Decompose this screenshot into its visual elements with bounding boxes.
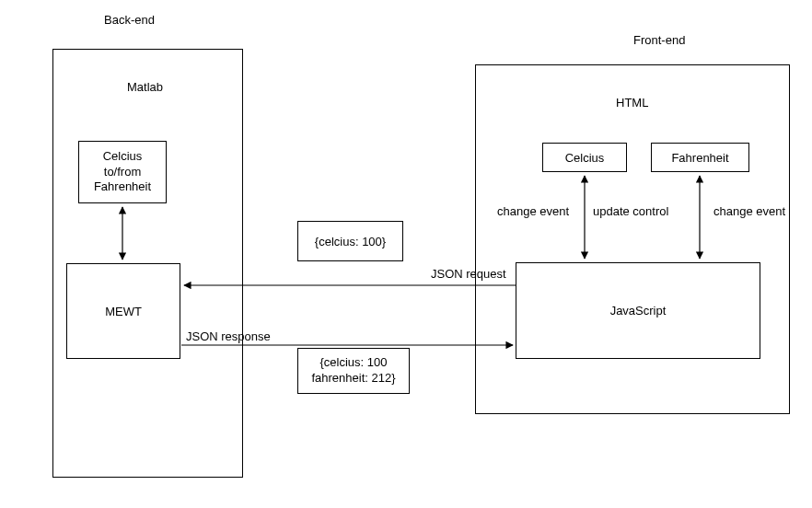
celcius-box: Celcius: [542, 143, 627, 172]
html-container: [475, 64, 790, 414]
celcius-label: Celcius: [565, 151, 605, 165]
converter-label: Celcius to/from Fahrenheit: [83, 149, 162, 196]
converter-box: Celcius to/from Fahrenheit: [78, 141, 167, 203]
fahrenheit-box: Fahrenheit: [651, 143, 749, 172]
payload-request-box: {celcius: 100}: [297, 221, 403, 261]
change-event-left-label: change event: [497, 204, 569, 218]
backend-title: Back-end: [104, 13, 155, 27]
json-response-label: JSON response: [186, 329, 271, 343]
fahrenheit-label: Fahrenheit: [671, 151, 728, 165]
update-control-label: update control: [593, 204, 668, 218]
payload-response-label: {celcius: 100 fahrenheit: 212}: [298, 355, 409, 387]
change-event-right-label: change event: [713, 204, 785, 218]
mewt-box: MEWT: [66, 263, 180, 359]
javascript-label: JavaScript: [610, 304, 667, 318]
payload-request-label: {celcius: 100}: [315, 235, 386, 248]
mewt-label: MEWT: [105, 305, 142, 318]
matlab-label: Matlab: [127, 80, 163, 94]
json-request-label: JSON request: [431, 267, 506, 281]
javascript-box: JavaScript: [516, 262, 760, 359]
payload-response-box: {celcius: 100 fahrenheit: 212}: [297, 348, 410, 394]
html-label: HTML: [616, 96, 648, 110]
frontend-title: Front-end: [633, 33, 685, 47]
